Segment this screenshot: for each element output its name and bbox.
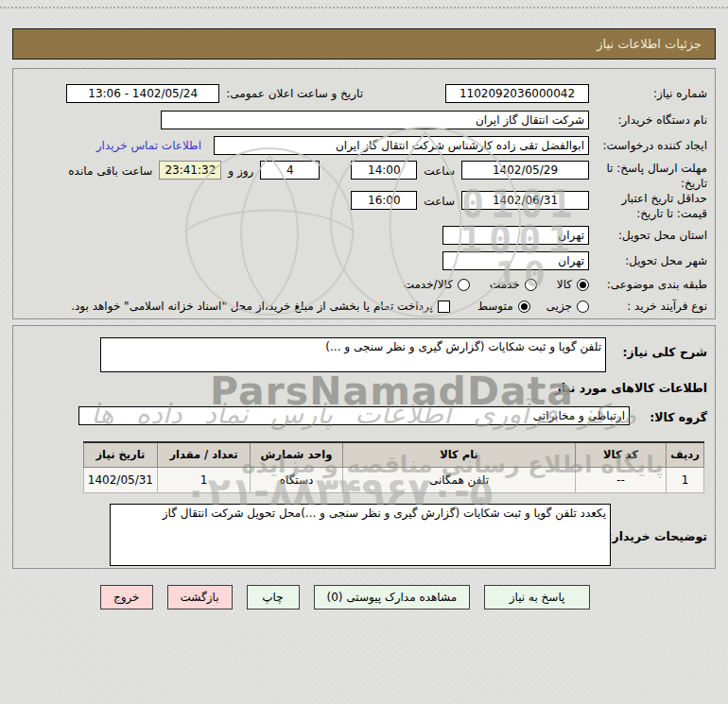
row-reply-deadline: مهلت ارسال پاسخ: تا تاریخ: ساعت روز و 23… [13,161,715,191]
radio-minor-icon[interactable] [577,300,589,313]
col-goods-code: کد کالا [576,442,667,467]
row-request-creator: ایجاد کننده درخواست: اطلاعات تماس خریدار [13,136,715,155]
purchase-process-label: نوع فرآیند خرید : [596,299,707,314]
row-price-validity: حداقل تاریخ اعتبار قیمت: تا تاریخ: ساعت [13,191,715,221]
goods-group-label: گروه کالا: [650,410,707,426]
buyer-notes-label: توضیحات خریدار: [607,529,707,545]
items-table-header-row: ردیف کد کالا نام کالا واحد شمارش تعداد /… [83,442,703,467]
top-dotted-divider [0,7,728,9]
goods-info-heading: اطلاعات کالاهای مورد نیاز [555,381,707,397]
reply-remaining-label: ساعت باقی مانده [68,163,152,179]
request-creator-label: ایجاد کننده درخواست: [596,138,707,153]
price-validity-label: حداقل تاریخ اعتبار قیمت: تا تاریخ: [596,191,707,221]
reply-deadline-hour-label: ساعت [424,163,455,179]
treasury-payment-option[interactable]: پرداخت تمام یا بخشی از مبلغ خرید،از محل … [71,299,450,314]
cell-count-unit: دستگاه [251,467,343,492]
cell-row-number: 1 [667,467,704,492]
request-creator-input[interactable] [214,136,589,155]
cell-quantity: 1 [158,467,251,492]
general-desc-textarea[interactable]: تلفن گویا و ثبت شکایات (گزارش گیری و نظر… [100,337,606,372]
delivery-city-input[interactable] [442,251,589,270]
subject-class-option-goods[interactable]: کالا [557,277,589,292]
radio-goods-service-label: کالا/خدمت [404,277,453,292]
subject-class-label: طبقه بندی موضوعی: [596,277,707,292]
row-buyer-org: نام دستگاه خریدار: [13,111,715,129]
col-goods-name: نام کالا [343,442,576,467]
delivery-province-label: استان محل تحویل: [596,228,707,243]
cell-need-date: 1402/05/31 [83,467,157,492]
subject-class-option-goods-service[interactable]: کالا/خدمت [404,277,470,292]
buyer-contact-link[interactable]: اطلاعات تماس خریدار [96,139,201,152]
radio-service-icon[interactable] [525,279,537,291]
items-table: ردیف کد کالا نام کالا واحد شمارش تعداد /… [83,441,704,493]
price-validity-hour-label: ساعت [424,194,455,209]
treasury-checkbox-label: پرداخت تمام یا بخشی از مبلغ خرید،از محل … [71,299,433,314]
treasury-checkbox[interactable] [438,300,450,313]
print-button[interactable]: چاپ [247,585,300,610]
buyer-notes-textarea[interactable]: یکعدد تلفن گویا و ثبت شکایات (گزارش گیری… [110,504,611,566]
row-need-number: شماره نیاز: تاریخ و ساعت اعلان عمومی: [13,84,715,103]
view-attached-docs-button[interactable]: مشاهده مدارک پیوستی (0) [314,585,471,610]
announce-datetime-label: تاریخ و ساعت اعلان عمومی: [226,86,363,101]
back-button[interactable]: بازگشت [167,585,233,610]
exit-button[interactable]: خروج [100,585,153,610]
price-validity-date-input[interactable] [461,191,589,210]
buyer-org-input[interactable] [161,111,589,129]
buyer-org-label: نام دستگاه خریدار: [596,112,707,128]
reply-deadline-days-input[interactable] [260,161,320,180]
footer-button-row: پاسخ به نیاز مشاهده مدارک پیوستی (0) چاپ… [0,585,709,611]
row-purchase-process: نوع فرآیند خرید : جزیی متوسط پرداخت تمام… [13,299,715,314]
respond-to-need-button[interactable]: پاسخ به نیاز [484,585,590,610]
radio-medium-label: متوسط [477,299,513,314]
row-subject-class: طبقه بندی موضوعی: کالا خدمت کالا/خدمت [13,277,715,292]
price-validity-time-input[interactable] [351,191,417,210]
radio-medium-icon[interactable] [518,300,530,313]
reply-deadline-label: مهلت ارسال پاسخ: تا تاریخ: [596,161,707,191]
reply-deadline-time-input[interactable] [351,161,417,180]
delivery-city-label: شهر محل تحویل: [596,253,707,268]
col-need-date: تاریخ نیاز [83,442,157,467]
col-quantity: تعداد / مقدار [158,442,251,467]
need-number-input[interactable] [445,84,589,103]
cell-goods-name: تلفن همگانی [343,467,576,492]
row-delivery-province: استان محل تحویل: [13,226,715,245]
col-count-unit: واحد شمارش [251,442,343,467]
reply-deadline-date-input[interactable] [461,161,589,180]
goods-group-input[interactable] [78,406,630,425]
reply-countdown-timer: 23:41:32 [159,161,221,180]
need-info-panel: شماره نیاز: تاریخ و ساعت اعلان عمومی: نا… [12,68,716,319]
general-desc-label: شرح کلی نیاز: [623,345,707,361]
radio-goods-label: کالا [557,277,572,292]
subject-class-option-service[interactable]: خدمت [490,277,537,292]
purchase-process-option-medium[interactable]: متوسط [477,299,530,314]
radio-goods-icon[interactable] [577,279,589,291]
cell-goods-code: -- [576,467,667,492]
need-description-panel: شرح کلی نیاز: تلفن گویا و ثبت شکایات (گز… [12,325,716,569]
page-title: جزئیات اطلاعات نیاز [12,28,716,60]
announce-datetime-input[interactable] [66,84,219,103]
col-row-number: ردیف [667,442,704,467]
need-number-label: شماره نیاز: [596,86,707,101]
purchase-process-option-minor[interactable]: جزیی [546,299,589,314]
radio-minor-label: جزیی [546,299,572,314]
reply-deadline-days-label: روز و [228,163,253,179]
row-delivery-city: شهر محل تحویل: [13,251,715,270]
radio-goods-service-icon[interactable] [458,279,470,291]
radio-service-label: خدمت [490,277,520,292]
delivery-province-input[interactable] [442,226,589,245]
table-row: 1 -- تلفن همگانی دستگاه 1 1402/05/31 [83,467,703,492]
